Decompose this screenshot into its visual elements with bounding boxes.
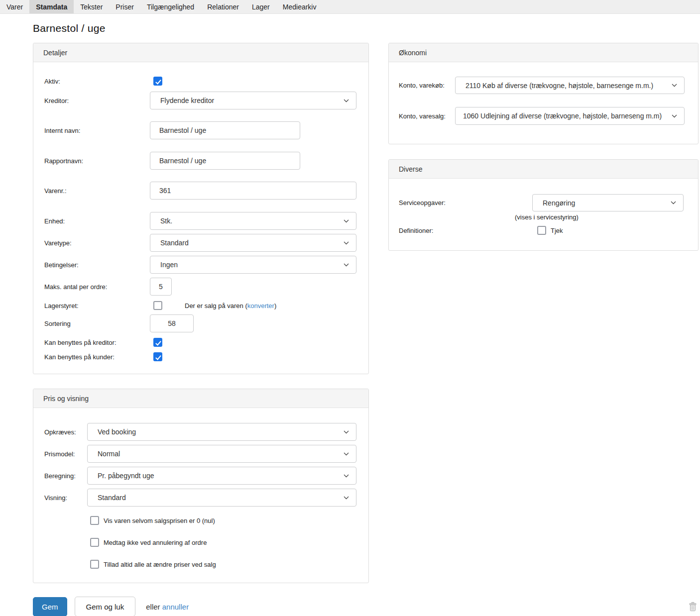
- panel-detaljer-header: Detaljer: [33, 43, 368, 62]
- tillad-altid-label: Tillad altid alle at ændre priser ved sa…: [104, 561, 216, 568]
- maks-antal-label: Maks. antal per ordre:: [44, 283, 150, 296]
- chevron-down-icon: [671, 201, 676, 205]
- opkraeves-select[interactable]: Ved booking: [87, 423, 356, 441]
- sortering-label: Sortering: [44, 320, 150, 332]
- tillad-altid-checkbox[interactable]: [90, 560, 99, 569]
- tab-varer[interactable]: Varer: [0, 0, 29, 13]
- visning-select[interactable]: Standard: [87, 489, 356, 507]
- varetype-select[interactable]: Standard: [150, 234, 356, 252]
- save-and-close-button[interactable]: Gem og luk: [75, 597, 136, 616]
- prismodel-label: Prismodel:: [44, 450, 87, 463]
- chevron-down-icon: [344, 430, 349, 434]
- chevron-down-icon: [344, 263, 349, 267]
- maks-antal-input[interactable]: [150, 278, 172, 296]
- or-cancel-text: eller annuller: [146, 603, 189, 611]
- chevron-down-icon: [344, 241, 349, 245]
- betingelser-label: Betingelser:: [44, 261, 150, 274]
- opkraeves-label: Opkræves:: [44, 428, 87, 441]
- sortering-input[interactable]: [150, 314, 194, 332]
- konto-varesalg-select[interactable]: 1060 Udlejning af diverse (trækvogne, hø…: [455, 107, 685, 125]
- chevron-down-icon: [672, 84, 677, 87]
- tab-priser[interactable]: Priser: [109, 0, 140, 13]
- visning-label: Visning:: [44, 494, 87, 507]
- kreditor-label: Kreditor:: [44, 97, 150, 109]
- chevron-down-icon: [344, 496, 349, 500]
- definitioner-label: Definitioner:: [399, 227, 532, 234]
- konverter-link[interactable]: konverter: [247, 302, 274, 309]
- kan-benyttes-kunder-label: Kan benyttes på kunder:: [44, 353, 150, 361]
- visning-select-value: Standard: [98, 494, 340, 502]
- kan-benyttes-kreditor-checkbox[interactable]: [153, 338, 162, 347]
- trash-icon: [689, 602, 697, 612]
- panel-okonomi: Økonomi Konto, varekøb: 2110 Køb af dive…: [388, 43, 699, 144]
- konto-varekob-label: Konto, varekøb:: [399, 82, 455, 94]
- varetype-select-value: Standard: [160, 239, 340, 247]
- page-title: Barnestol / uge: [33, 22, 700, 34]
- panel-diverse-header: Diverse: [389, 160, 698, 179]
- kan-benyttes-kreditor-label: Kan benyttes på kreditor:: [44, 339, 150, 346]
- chevron-down-icon: [344, 452, 349, 456]
- rapportnavn-label: Rapportnavn:: [44, 157, 150, 170]
- serviceopgaver-select[interactable]: Rengøring: [532, 194, 684, 211]
- kreditor-select[interactable]: Flydende kreditor: [150, 92, 356, 109]
- konto-varekob-select-value: 2110 Køb af diverse (trækvogne, højstole…: [466, 82, 668, 90]
- tab-mediearkiv[interactable]: Mediearkiv: [276, 0, 323, 13]
- rapportnavn-input[interactable]: [150, 152, 300, 170]
- kreditor-select-value: Flydende kreditor: [160, 97, 340, 104]
- delete-button[interactable]: [689, 602, 697, 612]
- chevron-down-icon: [344, 474, 349, 478]
- prismodel-select[interactable]: Normal: [87, 445, 356, 463]
- definitioner-checkbox-label: Tjek: [551, 227, 563, 234]
- lagerstyret-note-suffix: ): [274, 302, 276, 309]
- tab-stamdata[interactable]: Stamdata: [29, 0, 74, 13]
- panel-diverse: Diverse Serviceopgaver: Rengøring (vises…: [388, 159, 699, 251]
- prismodel-select-value: Normal: [98, 450, 340, 458]
- beregning-label: Beregning:: [44, 472, 87, 485]
- aktiv-label: Aktiv:: [44, 78, 150, 85]
- panel-pris-og-visning: Pris og visning Opkræves: Ved booking Pr…: [33, 389, 369, 583]
- internt-navn-input[interactable]: [150, 121, 300, 139]
- enhed-select[interactable]: Stk.: [150, 212, 356, 230]
- medtag-ikke-checkbox[interactable]: [90, 538, 99, 547]
- opkraeves-select-value: Ved booking: [98, 428, 340, 436]
- lagerstyret-note: Der er salg på varen (konverter): [185, 302, 276, 309]
- betingelser-select-value: Ingen: [160, 261, 340, 269]
- vis-varen-checkbox[interactable]: [90, 516, 99, 525]
- save-button[interactable]: Gem: [33, 597, 67, 616]
- konto-varesalg-select-value: 1060 Udlejning af diverse (trækvogne, hø…: [463, 112, 668, 120]
- beregning-select[interactable]: Pr. påbegyndt uge: [87, 467, 356, 485]
- lagerstyret-label: Lagerstyret:: [44, 302, 150, 309]
- varenr-input[interactable]: [150, 182, 356, 200]
- tab-lager[interactable]: Lager: [245, 0, 276, 13]
- varenr-label: Varenr.:: [44, 187, 150, 200]
- serviceopgaver-label: Serviceopgaver:: [399, 199, 532, 211]
- betingelser-select[interactable]: Ingen: [150, 256, 356, 274]
- tab-relationer[interactable]: Relationer: [201, 0, 245, 13]
- medtag-ikke-label: Medtag ikke ved annulering af ordre: [104, 539, 207, 546]
- enhed-select-value: Stk.: [160, 217, 340, 225]
- konto-varesalg-label: Konto, varesalg:: [399, 112, 455, 125]
- vis-varen-label: Vis varen selvom salgsprisen er 0 (nul): [104, 517, 215, 524]
- footer-actions: Gem Gem og luk eller annuller: [33, 597, 699, 616]
- internt-navn-label: Internt navn:: [44, 127, 150, 139]
- definitioner-checkbox[interactable]: [537, 226, 546, 235]
- panel-okonomi-header: Økonomi: [389, 43, 698, 62]
- chevron-down-icon: [344, 219, 349, 223]
- tab-tekster[interactable]: Tekster: [74, 0, 109, 13]
- or-text: eller: [146, 603, 160, 611]
- kan-benyttes-kunder-checkbox[interactable]: [153, 352, 162, 361]
- tab-tilgaengelighed[interactable]: Tilgængelighed: [140, 0, 201, 13]
- enhed-label: Enhed:: [44, 217, 150, 230]
- beregning-select-value: Pr. påbegyndt uge: [98, 472, 340, 480]
- lagerstyret-note-text: Der er salg på varen (: [185, 302, 247, 309]
- aktiv-checkbox[interactable]: [153, 77, 162, 86]
- lagerstyret-checkbox[interactable]: [153, 301, 162, 310]
- serviceopgaver-select-value: Rengøring: [543, 199, 667, 207]
- chevron-down-icon: [672, 114, 677, 118]
- cancel-link[interactable]: annuller: [162, 603, 189, 611]
- konto-varekob-select[interactable]: 2110 Køb af diverse (trækvogne, højstole…: [455, 77, 685, 94]
- tab-bar: Varer Stamdata Tekster Priser Tilgængeli…: [0, 0, 700, 14]
- serviceopgaver-caption: (vises i servicestyring): [515, 213, 686, 221]
- chevron-down-icon: [344, 99, 349, 103]
- panel-pris-header: Pris og visning: [33, 389, 368, 408]
